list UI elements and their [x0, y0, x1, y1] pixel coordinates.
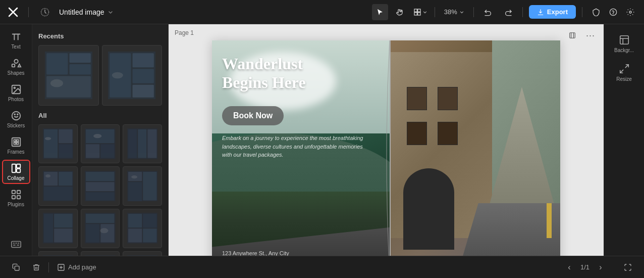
- svg-rect-40: [44, 129, 58, 158]
- background-icon: [619, 34, 630, 45]
- background-label: Backgr...: [614, 48, 634, 53]
- collage-thumb-10[interactable]: [38, 251, 78, 256]
- page-preview-button[interactable]: [565, 28, 579, 42]
- collage-thumb-7[interactable]: [38, 209, 78, 248]
- book-now-button[interactable]: Book Now: [222, 106, 284, 125]
- svg-rect-86: [85, 255, 116, 256]
- svg-rect-37: [133, 85, 154, 98]
- collage-thumb-6[interactable]: [123, 166, 162, 206]
- collage-thumb-2[interactable]: [81, 124, 120, 164]
- fit-page-button[interactable]: [620, 261, 636, 273]
- svg-rect-78: [143, 214, 156, 227]
- sidebar-text-label: Text: [11, 44, 20, 50]
- svg-rect-31: [46, 76, 91, 97]
- zoom-chevron: [459, 10, 464, 15]
- right-icons: [588, 5, 638, 20]
- svg-rect-15: [14, 140, 16, 142]
- export-button[interactable]: Export: [529, 5, 576, 19]
- hand-tool[interactable]: [392, 4, 408, 20]
- collage-thumb-8[interactable]: [81, 209, 120, 248]
- page-more-button[interactable]: ···: [583, 28, 598, 42]
- layout-chevron: [422, 10, 427, 15]
- sidebar-item-frames[interactable]: Frames: [2, 133, 30, 158]
- svg-rect-19: [12, 164, 15, 173]
- svg-rect-81: [43, 255, 74, 256]
- prev-page-button[interactable]: ‹: [562, 260, 576, 274]
- svg-rect-16: [16, 140, 18, 142]
- title-text: Untitled image: [59, 8, 104, 16]
- duplicate-page-button[interactable]: [8, 261, 24, 273]
- svg-rect-79: [128, 229, 142, 243]
- title-line2: Begins Here: [222, 73, 306, 92]
- svg-rect-20: [16, 164, 20, 168]
- sidebar-item-shapes[interactable]: Shapes: [2, 55, 30, 79]
- collage-thumb-1[interactable]: [38, 124, 78, 164]
- svg-rect-41: [59, 129, 72, 143]
- collage-thumb-3[interactable]: [123, 124, 162, 164]
- t9: [127, 213, 158, 244]
- logo[interactable]: [6, 5, 20, 19]
- collage-thumb-9[interactable]: [123, 209, 162, 248]
- footer-line1: 123 Anywhere St., Any City: [222, 249, 289, 256]
- collage-thumb-5[interactable]: [81, 166, 120, 206]
- resize-icon: [619, 63, 630, 74]
- sidebar-item-text[interactable]: Text: [2, 28, 30, 53]
- svg-point-38: [112, 72, 123, 78]
- sidebar-item-photos[interactable]: Photos: [2, 81, 30, 105]
- document-title[interactable]: Untitled image: [59, 8, 114, 16]
- shapes-icon: [11, 58, 22, 69]
- redo-button[interactable]: [500, 4, 516, 20]
- keyboard-shortcut-btn[interactable]: [11, 239, 22, 252]
- right-panel: Backgr... Resize: [604, 24, 644, 256]
- undo-button[interactable]: [480, 4, 496, 20]
- upload-button[interactable]: [37, 4, 53, 20]
- collage-thumb-4[interactable]: [38, 166, 78, 206]
- collage-icon: [11, 163, 22, 174]
- shield-icon-btn[interactable]: [588, 5, 604, 20]
- resize-label: Resize: [616, 76, 632, 82]
- pointer-tool[interactable]: [372, 4, 388, 20]
- svg-rect-21: [16, 169, 20, 172]
- sidebar-item-collage[interactable]: Collage: [2, 160, 30, 184]
- frames-icon: [11, 136, 22, 148]
- svg-rect-51: [138, 129, 146, 158]
- layout-tool[interactable]: [412, 4, 428, 20]
- delete-icon: [32, 263, 40, 271]
- canvas-frame: Wanderlust Begins Here Book Now Embark o…: [212, 40, 560, 256]
- svg-point-75: [100, 228, 108, 234]
- svg-rect-55: [59, 172, 72, 186]
- t6: [127, 171, 158, 202]
- next-page-button[interactable]: ›: [594, 260, 608, 274]
- page-actions: ···: [565, 28, 598, 42]
- svg-point-43: [45, 137, 51, 140]
- settings-icon-btn[interactable]: [623, 5, 638, 20]
- sidebar-item-stickers[interactable]: Stickers: [2, 107, 30, 131]
- collage-thumb-recent-2[interactable]: [102, 45, 163, 106]
- svg-point-6: [629, 11, 631, 13]
- svg-rect-61: [86, 192, 114, 200]
- t5: [85, 171, 116, 202]
- export-icon: [537, 9, 544, 16]
- title-line1: Wanderlust: [222, 55, 306, 73]
- svg-point-7: [14, 60, 18, 63]
- svg-rect-74: [100, 224, 114, 243]
- background-button[interactable]: Backgr...: [608, 30, 640, 57]
- resize-button[interactable]: Resize: [608, 59, 640, 86]
- collage-thumb-recent-1[interactable]: [38, 45, 99, 106]
- svg-rect-70: [54, 229, 72, 243]
- svg-rect-114: [15, 266, 19, 270]
- svg-point-13: [17, 114, 18, 115]
- help-icon-btn[interactable]: [606, 5, 621, 20]
- page-indicator: 1/1: [580, 263, 589, 271]
- collage-thumb-12[interactable]: [123, 251, 162, 256]
- zoom-control[interactable]: 38%: [441, 6, 467, 18]
- svg-point-12: [14, 114, 15, 115]
- sidebar-item-plugins[interactable]: Plugins: [2, 186, 30, 210]
- canvas-footer: 123 Anywhere St., Any City @CAPCUT: [222, 249, 289, 256]
- t12: [127, 255, 158, 256]
- delete-page-button[interactable]: [28, 261, 44, 273]
- collage-thumb-11[interactable]: [81, 251, 120, 256]
- add-page-button[interactable]: Add page: [53, 261, 100, 273]
- svg-point-66: [131, 175, 137, 178]
- svg-rect-2: [417, 9, 420, 12]
